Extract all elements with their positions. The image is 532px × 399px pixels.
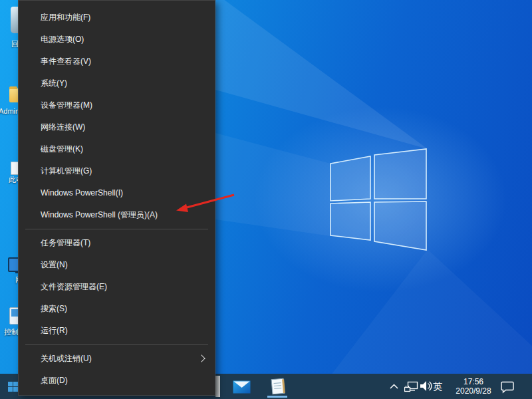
menu-item-system[interactable]: 系统(Y) — [19, 72, 215, 94]
network-icon — [404, 374, 418, 399]
menu-item-device-manager[interactable]: 设备管理器(M) — [19, 94, 215, 116]
tray-network-button[interactable] — [404, 374, 418, 399]
taskbar-mail-button[interactable] — [228, 374, 255, 399]
menu-item-power-options[interactable]: 电源选项(O) — [19, 29, 215, 51]
menu-item-settings[interactable]: 设置(N) — [19, 254, 215, 276]
tray-date: 2020/9/28 — [450, 386, 497, 396]
menu-item-windows-powershell-admin[interactable]: Windows PowerShell (管理员)(A) — [19, 204, 215, 226]
tray-clock[interactable]: 17:56 2020/9/28 — [450, 374, 497, 399]
menu-separator — [25, 344, 208, 345]
action-center-icon — [500, 374, 515, 399]
menu-item-apps-and-features[interactable]: 应用和功能(F) — [19, 7, 215, 29]
menu-item-event-viewer[interactable]: 事件查看器(V) — [19, 51, 215, 72]
menu-item-windows-powershell[interactable]: Windows PowerShell(I) — [19, 182, 215, 204]
menu-item-computer-management[interactable]: 计算机管理(G) — [19, 160, 215, 182]
chevron-up-icon — [390, 374, 398, 399]
action-center-button[interactable] — [500, 374, 515, 399]
tray-ime-indicator[interactable]: 英 — [433, 374, 442, 399]
active-app-indicator — [267, 396, 287, 398]
ime-language-label: 英 — [433, 381, 442, 392]
notepad-icon — [269, 377, 287, 396]
tray-volume-button[interactable] — [420, 374, 432, 399]
menu-item-file-explorer[interactable]: 文件资源管理器(E) — [19, 276, 215, 298]
tray-show-hidden-icons-button[interactable] — [390, 374, 398, 399]
menu-item-task-manager[interactable]: 任务管理器(T) — [19, 232, 215, 254]
menu-item-disk-management[interactable]: 磁盘管理(K) — [19, 138, 215, 160]
winx-power-user-menu: 应用和功能(F) 电源选项(O) 事件查看器(V) 系统(Y) 设备管理器(M)… — [18, 0, 215, 396]
menu-item-search[interactable]: 搜索(S) — [19, 298, 215, 320]
menu-item-desktop[interactable]: 桌面(D) — [19, 370, 215, 392]
mail-icon — [233, 379, 251, 394]
submenu-chevron-icon — [198, 354, 205, 362]
tray-time: 17:56 — [450, 377, 497, 386]
partially-hidden-taskbar-button[interactable] — [215, 376, 220, 397]
menu-item-run[interactable]: 运行(R) — [19, 320, 215, 342]
menu-separator — [25, 229, 208, 229]
menu-item-shutdown-or-signout[interactable]: 关机或注销(U) — [19, 348, 215, 370]
windows-start-icon — [8, 382, 18, 392]
logo-glow — [254, 106, 507, 293]
speaker-icon — [420, 374, 432, 399]
menu-item-network-connections[interactable]: 网络连接(W) — [19, 116, 215, 138]
menu-item-label: 关机或注销(U) — [41, 354, 92, 363]
